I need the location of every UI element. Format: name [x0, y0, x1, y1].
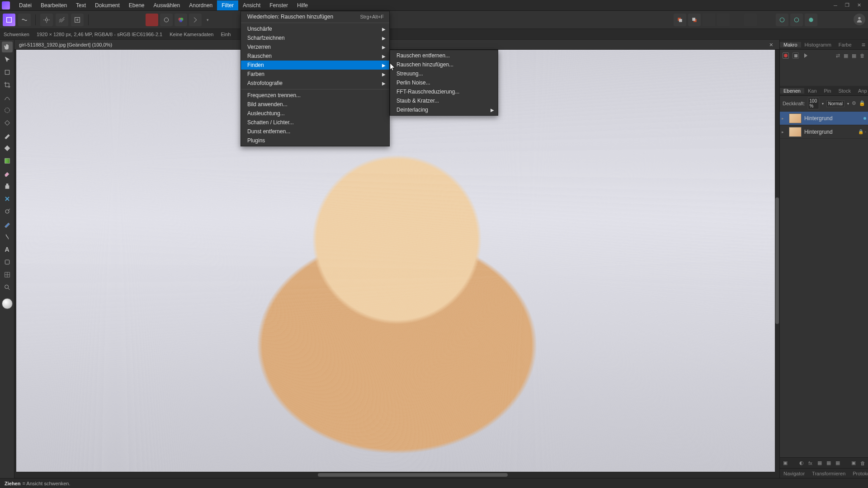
- delete-layer-button[interactable]: 🗑: [859, 460, 866, 467]
- healing-brush-tool[interactable]: [2, 193, 13, 204]
- panel-menu-icon[interactable]: ≡: [859, 41, 868, 48]
- swatch-red-icon[interactable]: [146, 14, 158, 26]
- paint-brush-tool[interactable]: [2, 130, 13, 141]
- horizontal-scrollbar[interactable]: [14, 472, 773, 478]
- tab-transformieren[interactable]: Transformieren: [808, 471, 849, 476]
- submenu-item-streuung-[interactable]: Streuung...: [390, 69, 498, 78]
- menu-item-bild-anwenden-[interactable]: Bild anwenden...: [241, 100, 389, 109]
- liquify-persona-button[interactable]: [18, 14, 31, 26]
- menu-item-verzerren[interactable]: Verzerren▶: [241, 42, 389, 52]
- makro-opt1-icon[interactable]: ⇄: [835, 52, 841, 59]
- tab-navigator[interactable]: Navigator: [780, 471, 808, 476]
- makro-opt3-icon[interactable]: ▦: [851, 52, 857, 59]
- document-tab[interactable]: girl-511883_1920.jpg [Geändert] (100,0%)…: [14, 40, 779, 50]
- menu-ansicht[interactable]: Ansicht: [238, 0, 265, 10]
- submenu-item-rauschen-hinzuf-gen-[interactable]: Rauschen hinzufügen...: [390, 60, 498, 69]
- foreground-color-swatch[interactable]: [2, 298, 13, 309]
- marquee-tool[interactable]: [2, 105, 13, 116]
- persona-photo-button[interactable]: [3, 14, 15, 26]
- maximize-button[interactable]: ❐: [843, 2, 852, 9]
- tab-protokoll[interactable]: Protokoll: [849, 471, 868, 476]
- shape-tool[interactable]: [2, 257, 13, 267]
- menu-item-scharfzeichnen[interactable]: Scharfzeichnen▶: [241, 33, 389, 42]
- hand-tool[interactable]: [2, 42, 13, 52]
- menu-dokument[interactable]: Dokument: [90, 0, 124, 10]
- sync-2-button[interactable]: [790, 14, 803, 26]
- gradient-tool[interactable]: [2, 155, 13, 166]
- tab-kan[interactable]: Kan: [804, 88, 821, 94]
- crop-tool[interactable]: [2, 80, 13, 90]
- menu-bearbeiten[interactable]: Bearbeiten: [36, 0, 71, 10]
- layer-opt1-button[interactable]: ▦: [816, 460, 823, 467]
- menu-auswählen[interactable]: Auswählen: [149, 0, 184, 10]
- menu-datei[interactable]: Datei: [14, 0, 36, 10]
- tab-stock[interactable]: Stock: [835, 88, 854, 94]
- tab-anp[interactable]: Anp: [854, 88, 868, 94]
- pen-tool[interactable]: [2, 219, 13, 230]
- menu-item-frequenzen-trennen-[interactable]: Frequenzen trennen...: [241, 91, 389, 100]
- minimize-button[interactable]: ─: [831, 2, 840, 9]
- opacity-input[interactable]: 100 %: [808, 98, 819, 109]
- blend-mode-select[interactable]: Normal: [826, 100, 844, 107]
- layer-row[interactable]: ▸Hintergrund🔒 ◦: [780, 125, 868, 139]
- makro-stop-button[interactable]: [793, 52, 799, 59]
- arrange-back-button[interactable]: [674, 14, 686, 26]
- menu-filter[interactable]: Filter: [217, 0, 238, 10]
- menu-hilfe[interactable]: Hilfe: [292, 0, 312, 10]
- menu-item-farben[interactable]: Farben▶: [241, 70, 389, 79]
- selection-brush-tool[interactable]: [2, 92, 13, 103]
- smudge-tool[interactable]: [2, 231, 13, 242]
- makro-opt4-icon[interactable]: 🗑: [859, 52, 865, 59]
- move-tool[interactable]: [2, 54, 13, 65]
- auto-levels-button[interactable]: [160, 14, 173, 26]
- menu-item-astrofotografie[interactable]: Astrofotografie▶: [241, 79, 389, 88]
- menu-item-plugins[interactable]: Plugins: [241, 136, 389, 145]
- layer-fx-button[interactable]: fx: [807, 460, 814, 467]
- menu-item-finden[interactable]: Finden▶: [241, 61, 389, 70]
- tab-pin[interactable]: Pin: [821, 88, 835, 94]
- layer-settings-icon[interactable]: ⚙: [852, 100, 856, 107]
- submenu-item-rauschen-entfernen-[interactable]: Rauschen entfernen...: [390, 51, 498, 60]
- tab-makro[interactable]: Makro: [780, 42, 801, 47]
- submenu-item-deinterlacing[interactable]: Deinterlacing▶: [390, 105, 498, 114]
- layer-opt3-button[interactable]: ▦: [834, 460, 841, 467]
- text-tool[interactable]: A: [2, 244, 13, 255]
- toolbar-dropdown-icon[interactable]: ▾: [204, 14, 211, 26]
- close-window-button[interactable]: ✕: [854, 2, 863, 9]
- export-persona-button[interactable]: [71, 14, 84, 26]
- menu-repeat-filter[interactable]: Wiederholen: Rauschen hinzufügen Strg+Al…: [241, 12, 389, 21]
- layer-lock-icon[interactable]: 🔒: [859, 100, 865, 107]
- clone-tool[interactable]: [2, 181, 13, 192]
- menu-text[interactable]: Text: [71, 0, 90, 10]
- mesh-warp-tool[interactable]: [2, 269, 13, 280]
- flood-select-tool[interactable]: [2, 117, 13, 128]
- submenu-item-fft-rauschreduzierung-[interactable]: FFT-Rauschreduzierung...: [390, 87, 498, 96]
- menu-item-unsch-rfe[interactable]: Unschärfe▶: [241, 24, 389, 33]
- sync-3-button[interactable]: [805, 14, 817, 26]
- auto-contrast-button[interactable]: [189, 14, 202, 26]
- document-close-button[interactable]: ×: [769, 41, 773, 48]
- zoom-tool[interactable]: [2, 282, 13, 293]
- tab-ebenen[interactable]: Ebenen: [780, 88, 804, 94]
- sync-1-button[interactable]: [776, 14, 788, 26]
- eraser-tool[interactable]: [2, 168, 13, 179]
- layer-opt2-button[interactable]: ▦: [825, 460, 832, 467]
- develop-persona-button[interactable]: [40, 14, 53, 26]
- view-tool[interactable]: [2, 67, 13, 78]
- add-layer-button[interactable]: ▣: [850, 460, 857, 467]
- menu-item-ausleuchtung-[interactable]: Ausleuchtung...: [241, 109, 389, 118]
- makro-opt2-icon[interactable]: ▦: [843, 52, 849, 59]
- fill-tool[interactable]: [2, 143, 13, 154]
- layer-mask-button[interactable]: ▣: [782, 460, 789, 467]
- vertical-scrollbar[interactable]: [775, 50, 779, 472]
- menu-anordnen[interactable]: Anordnen: [184, 0, 217, 10]
- menu-ebene[interactable]: Ebene: [124, 0, 149, 10]
- menu-item-rauschen[interactable]: Rauschen▶: [241, 52, 389, 61]
- layer-adj-button[interactable]: ◐: [798, 460, 805, 467]
- menu-fenster[interactable]: Fenster: [265, 0, 292, 10]
- auto-colors-button[interactable]: [175, 14, 187, 26]
- dodge-tool[interactable]: [2, 206, 13, 217]
- tab-farbe[interactable]: Farbe: [835, 42, 855, 47]
- submenu-item-perlin-noise-[interactable]: Perlin Noise...: [390, 78, 498, 87]
- makro-play-button[interactable]: [802, 52, 809, 59]
